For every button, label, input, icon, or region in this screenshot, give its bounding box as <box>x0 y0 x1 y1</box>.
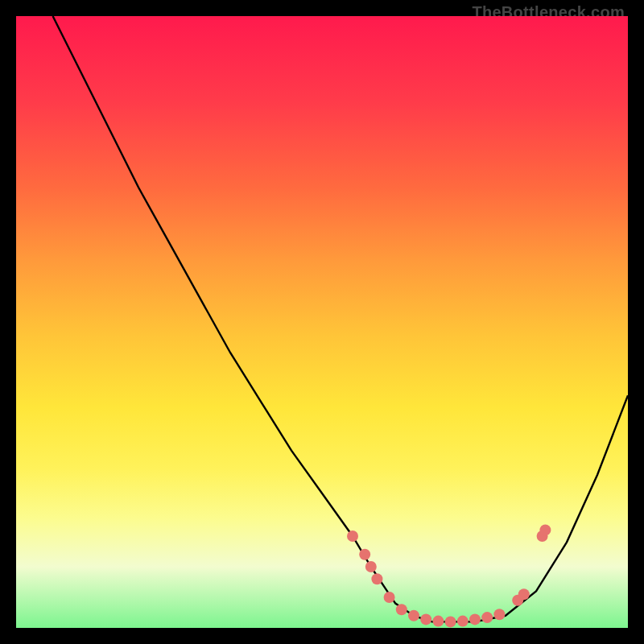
chart-svg <box>16 16 628 628</box>
curve-marker <box>365 561 377 572</box>
curve-marker <box>469 613 481 625</box>
curve-marker <box>384 592 395 603</box>
curve-marker <box>408 610 419 621</box>
curve-marker <box>445 616 456 627</box>
curve-marker <box>432 616 444 627</box>
curve-marker <box>539 524 551 535</box>
curve-marker <box>493 609 505 620</box>
curve-marker <box>347 530 358 542</box>
curve-marker <box>371 573 382 584</box>
curve-marker <box>481 612 493 623</box>
curve-marker <box>420 613 431 625</box>
curve-markers <box>347 524 551 627</box>
curve-marker <box>396 604 407 615</box>
curve-marker <box>359 549 370 560</box>
curve-marker <box>518 588 530 600</box>
curve-marker <box>457 616 469 627</box>
